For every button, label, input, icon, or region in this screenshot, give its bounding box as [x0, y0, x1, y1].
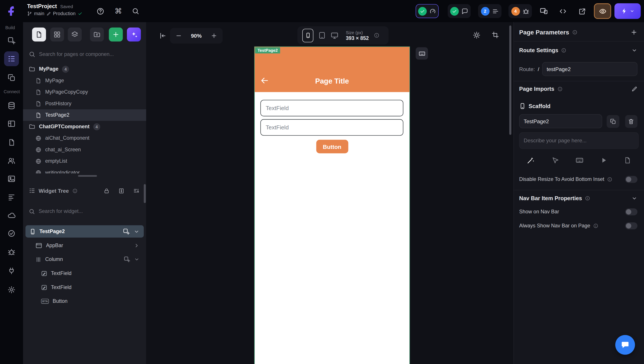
chevron-right-icon[interactable] — [134, 242, 140, 248]
canvas-scrollbar[interactable] — [509, 26, 511, 135]
pages-tab-button[interactable] — [32, 28, 46, 42]
warnings-badge[interactable]: 2 — [478, 4, 502, 18]
widget-tree-textfield-row[interactable]: TextField — [26, 267, 144, 279]
rail-database-button[interactable] — [7, 101, 16, 110]
component-row[interactable]: writingIndicator — [23, 167, 146, 173]
page-row[interactable]: PostHistory — [23, 98, 146, 109]
horizontal-scrollbar[interactable] — [78, 175, 97, 177]
chevron-down-icon[interactable] — [134, 228, 140, 234]
expand-tree-icon[interactable] — [118, 188, 124, 194]
component-row[interactable]: chat_ai_Screen — [23, 144, 146, 155]
canvas-settings-button[interactable] — [490, 29, 501, 41]
rail-media-button[interactable] — [7, 174, 16, 183]
keyboard-shortcuts-button[interactable] — [416, 47, 428, 60]
add-folder-button[interactable] — [90, 28, 104, 42]
page-name-badge[interactable]: TestPage2 — [255, 47, 280, 54]
widget-tree-column-row[interactable]: Column — [26, 253, 144, 265]
rail-files-button[interactable] — [7, 138, 16, 147]
devices-button[interactable] — [539, 6, 549, 16]
errors-badge[interactable]: 4 — [508, 4, 532, 18]
theme-mode-button[interactable] — [471, 29, 482, 41]
tab-run-button[interactable] — [600, 157, 608, 164]
device-desktop-button[interactable] — [331, 31, 338, 39]
command-menu-button[interactable]: ⌘ — [113, 6, 123, 16]
widget-tree-appbar-row[interactable]: AppBar — [26, 239, 144, 251]
phone-preview[interactable]: TestPage2 Page Title TextField TextField… — [254, 47, 410, 364]
preview-textfield-2[interactable]: TextField — [260, 119, 403, 136]
add-child-widget-icon[interactable] — [124, 256, 130, 263]
folder-row-mypage[interactable]: MyPage 4 — [23, 63, 146, 75]
ai-generate-page-button[interactable] — [127, 28, 141, 42]
route-settings-header[interactable]: Route Settings — [514, 44, 644, 56]
app-logo-icon[interactable] — [4, 4, 18, 18]
component-row[interactable]: emptyList — [23, 155, 146, 167]
rail-users-button[interactable] — [7, 156, 16, 165]
info-icon[interactable] — [561, 47, 566, 53]
page-row-selected[interactable]: TestPage2 — [23, 109, 146, 121]
chevron-down-icon[interactable] — [631, 47, 638, 53]
tab-keyboard-button[interactable] — [576, 156, 584, 164]
widget-tree-root-row[interactable]: TestPage2 — [26, 225, 144, 237]
rail-layout-button[interactable] — [7, 119, 16, 128]
widget-search-input[interactable] — [38, 208, 132, 214]
rail-logs-button[interactable] — [7, 193, 16, 202]
preview-appbar[interactable]: Page Title — [254, 47, 410, 92]
components-tab-button[interactable] — [50, 28, 64, 42]
flows-tab-button[interactable] — [68, 28, 82, 42]
collapse-panel-button[interactable] — [157, 30, 168, 42]
show-on-navbar-toggle[interactable] — [625, 208, 638, 215]
device-phone-button[interactable] — [302, 29, 314, 42]
delete-page-button[interactable] — [625, 115, 638, 128]
info-icon[interactable] — [557, 86, 562, 92]
info-icon[interactable] — [374, 33, 380, 38]
zoom-level[interactable]: 90% — [191, 33, 202, 39]
deploy-button[interactable] — [614, 3, 641, 19]
disable-resize-toggle[interactable] — [625, 176, 638, 183]
support-chat-button[interactable] — [615, 335, 635, 355]
widget-tree-textfield-row[interactable]: TextField — [26, 281, 144, 293]
info-icon[interactable] — [72, 188, 77, 193]
widget-tree-button-row[interactable]: BTN Button — [26, 295, 144, 307]
rail-integrations-button[interactable] — [7, 266, 16, 275]
preview-textfield-1[interactable]: TextField — [260, 100, 403, 116]
device-tablet-button[interactable] — [318, 32, 326, 39]
page-row[interactable]: MyPageCopyCopy — [23, 86, 146, 98]
comments-status-badge[interactable] — [448, 4, 471, 18]
info-icon[interactable] — [593, 223, 598, 228]
rail-cloud-button[interactable] — [7, 211, 16, 220]
help-button[interactable] — [95, 6, 105, 16]
component-row[interactable]: aiChat_Component — [23, 132, 146, 144]
branch-name[interactable]: main — [34, 11, 44, 16]
add-parameter-icon[interactable] — [630, 29, 638, 36]
info-icon[interactable] — [572, 29, 578, 35]
add-page-button[interactable] — [109, 28, 123, 42]
always-show-navbar-toggle[interactable] — [625, 222, 638, 229]
rail-checks-button[interactable] — [7, 229, 16, 238]
page-name-input[interactable] — [519, 114, 602, 128]
zoom-out-button[interactable] — [175, 33, 182, 39]
info-icon[interactable] — [585, 195, 590, 201]
tab-docs-button[interactable] — [624, 157, 631, 164]
zoom-in-button[interactable] — [211, 33, 217, 39]
chevron-down-icon[interactable] — [631, 195, 638, 201]
search-button[interactable] — [130, 6, 140, 16]
folder-row-chatgpt[interactable]: ChatGPTComponent 4 — [23, 121, 146, 132]
rail-page-selector-button[interactable] — [4, 51, 19, 66]
preview-button-widget[interactable]: Button — [316, 140, 348, 153]
chevron-down-icon[interactable] — [134, 257, 140, 262]
route-input[interactable] — [542, 62, 638, 76]
info-icon[interactable] — [607, 177, 612, 182]
add-child-widget-icon[interactable] — [123, 228, 130, 235]
edit-imports-icon[interactable] — [631, 86, 638, 92]
preview-appbar-title[interactable]: Page Title — [254, 77, 410, 86]
open-external-button[interactable] — [577, 6, 587, 16]
collapse-all-icon[interactable] — [133, 187, 140, 194]
copy-page-button[interactable] — [607, 115, 619, 128]
rail-settings-button[interactable] — [7, 285, 16, 294]
page-row[interactable]: MyPage — [23, 75, 146, 86]
page-description-input[interactable] — [519, 132, 638, 149]
preview-mode-button[interactable] — [594, 3, 611, 19]
view-code-button[interactable] — [558, 6, 568, 16]
rail-testing-button[interactable] — [7, 247, 16, 256]
pages-search-input[interactable] — [39, 51, 132, 57]
